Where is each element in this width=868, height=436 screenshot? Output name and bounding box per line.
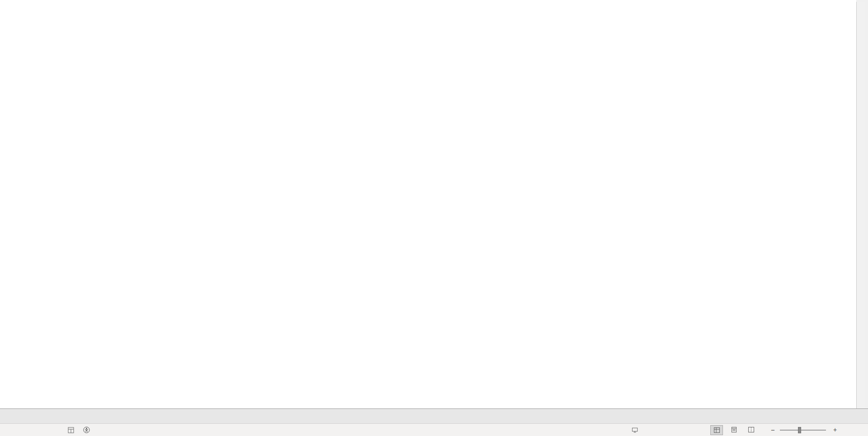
- accessibility-icon: [83, 427, 90, 436]
- macro-record-icon[interactable]: [68, 427, 74, 436]
- zoom-slider-thumb[interactable]: [798, 427, 801, 433]
- sheet-tab-bar: [0, 408, 868, 423]
- view-page-break-button[interactable]: [745, 425, 757, 435]
- view-page-layout-button[interactable]: [727, 425, 740, 435]
- view-normal-button[interactable]: [710, 425, 723, 435]
- right-edge-strip: [865, 0, 868, 408]
- zoom-slider-track[interactable]: [780, 430, 826, 431]
- display-settings-icon: [632, 427, 638, 436]
- vertical-scrollbar[interactable]: [856, 2, 865, 408]
- status-bar: − +: [0, 423, 868, 436]
- excel-window: − +: [0, 0, 868, 436]
- spreadsheet-grid: [0, 0, 856, 408]
- zoom-out-button[interactable]: −: [771, 424, 775, 436]
- zoom-in-button[interactable]: +: [833, 424, 837, 436]
